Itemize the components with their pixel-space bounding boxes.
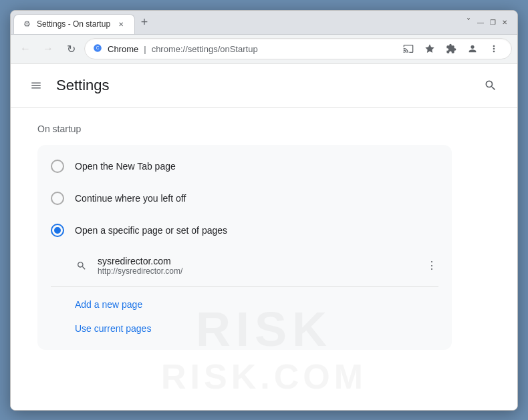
- restore-button[interactable]: ❐: [488, 17, 497, 27]
- address-bar-row: ← → ↻ C Chrome | chrome://settings/onSta…: [11, 35, 517, 64]
- divider: [51, 286, 438, 287]
- title-bar: ⚙ Settings - On startup ✕ + ˅ — ❐ ✕: [11, 11, 517, 35]
- chrome-menu-icon[interactable]: [485, 39, 503, 58]
- settings-page-title: Settings: [56, 77, 469, 94]
- refresh-button[interactable]: ↻: [61, 39, 80, 58]
- radio-specific-pages[interactable]: [51, 224, 64, 237]
- startup-page-url: http://sysredirector.com/: [98, 266, 413, 276]
- tab-close-button[interactable]: ✕: [116, 19, 126, 29]
- browser-window: ⚙ Settings - On startup ✕ + ˅ — ❐ ✕ ← → …: [10, 10, 518, 411]
- star-icon[interactable]: [420, 39, 439, 58]
- option-continue[interactable]: Continue where you left off: [37, 182, 452, 214]
- chevron-down-icon[interactable]: ˅: [464, 17, 473, 27]
- address-origin: Chrome: [108, 44, 138, 54]
- startup-page-info: sysredirector.com http://sysredirector.c…: [98, 256, 413, 276]
- tab-favicon: ⚙: [22, 19, 31, 29]
- startup-page-search-icon: [75, 259, 88, 272]
- active-tab[interactable]: ⚙ Settings - On startup ✕: [13, 14, 135, 34]
- new-tab-button[interactable]: +: [135, 13, 154, 31]
- option-new-tab-label: Open the New Tab page: [75, 161, 176, 172]
- sidebar-menu-icon[interactable]: [27, 76, 45, 95]
- forward-button[interactable]: →: [39, 39, 57, 58]
- profile-icon[interactable]: [463, 39, 482, 58]
- add-new-page-link[interactable]: Add a new page: [75, 294, 438, 315]
- startup-page-name: sysredirector.com: [98, 256, 413, 266]
- tab-title: Settings - On startup: [37, 19, 110, 29]
- startup-pages-list: sysredirector.com http://sysredirector.c…: [37, 246, 452, 285]
- option-new-tab[interactable]: Open the New Tab page: [37, 150, 452, 182]
- option-specific-pages[interactable]: Open a specific page or set of pages: [37, 214, 452, 246]
- option-specific-pages-label: Open a specific page or set of pages: [75, 225, 227, 236]
- close-button[interactable]: ✕: [500, 17, 509, 27]
- extensions-icon[interactable]: [442, 39, 460, 58]
- startup-page-item: sysredirector.com http://sysredirector.c…: [75, 249, 452, 282]
- title-bar-controls: ˅ — ❐ ✕: [456, 11, 517, 34]
- svg-text:C: C: [96, 45, 100, 50]
- radio-continue[interactable]: [51, 192, 64, 205]
- options-card: Open the New Tab page Continue where you…: [37, 145, 452, 350]
- cast-icon[interactable]: [399, 39, 418, 58]
- back-button[interactable]: ←: [16, 39, 35, 58]
- minimize-button[interactable]: —: [476, 17, 485, 27]
- settings-content: On startup Open the New Tab page Continu…: [11, 108, 517, 366]
- page-content: RISK RISK.COM Settings On startup Open t…: [11, 64, 517, 410]
- address-url: chrome://settings/onStartup: [152, 44, 258, 54]
- use-current-pages-link[interactable]: Use current pages: [75, 318, 438, 339]
- radio-new-tab[interactable]: [51, 160, 64, 173]
- lock-icon: C: [93, 43, 102, 55]
- add-links: Add a new page Use current pages: [37, 288, 452, 345]
- settings-search-button[interactable]: [480, 75, 501, 96]
- startup-page-menu-button[interactable]: ⋮: [422, 256, 441, 275]
- tab-area: ⚙ Settings - On startup ✕ +: [11, 11, 456, 34]
- address-right-icons: [399, 39, 503, 58]
- option-continue-label: Continue where you left off: [75, 193, 186, 204]
- settings-header: Settings: [11, 64, 517, 108]
- address-separator: |: [144, 44, 146, 54]
- section-label: On startup: [37, 124, 491, 134]
- address-bar[interactable]: C Chrome | chrome://settings/onStartup: [84, 38, 512, 59]
